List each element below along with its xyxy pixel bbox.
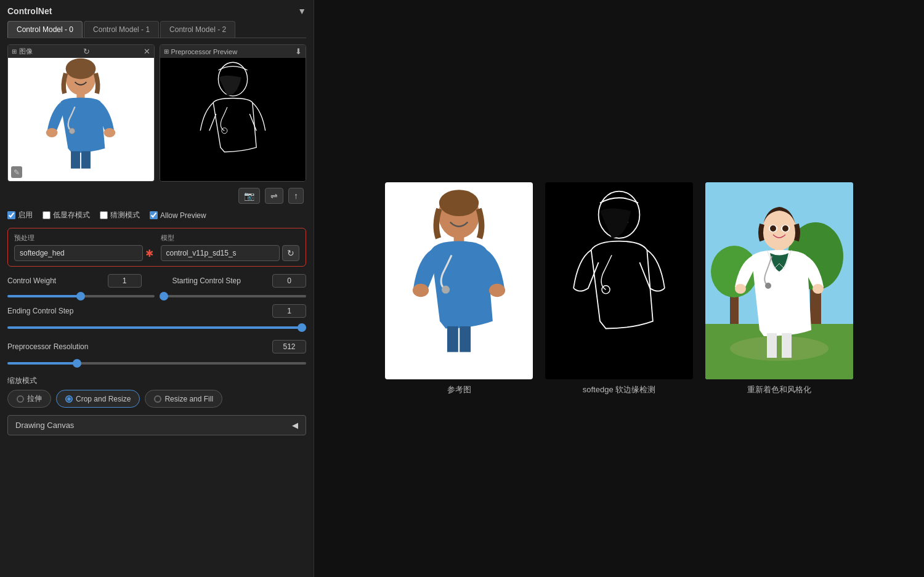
guess-mode-checkbox-item[interactable]: 猜测模式 bbox=[100, 210, 140, 220]
scale-resize-fill-btn[interactable]: Resize and Fill bbox=[145, 390, 222, 408]
enable-checkbox-item[interactable]: 启用 bbox=[7, 210, 33, 220]
svg-point-4 bbox=[104, 128, 116, 137]
tab-control-model-0[interactable]: Control Model - 0 bbox=[7, 21, 83, 38]
svg-point-31 bbox=[770, 225, 776, 232]
scale-stretch-btn[interactable]: 拉伸 bbox=[7, 390, 51, 408]
control-weight-slider[interactable] bbox=[7, 295, 155, 297]
scale-resize-fill-radio bbox=[154, 395, 161, 403]
control-weight-label: Control Weight bbox=[7, 276, 108, 285]
preprocessor-preview-content bbox=[160, 58, 306, 181]
tab-control-model-2[interactable]: Control Model - 2 bbox=[160, 21, 235, 38]
scale-mode-buttons: 拉伸 Crop and Resize Resize and Fill bbox=[7, 390, 306, 408]
svg-rect-18 bbox=[460, 326, 471, 352]
low-vram-checkbox[interactable] bbox=[43, 211, 51, 219]
star-button[interactable]: ✱ bbox=[145, 248, 153, 259]
starting-step-label: Starting Control Step bbox=[172, 276, 273, 285]
drawing-canvas-section[interactable]: Drawing Canvas ◀ bbox=[7, 415, 306, 435]
weight-starting-block: Control Weight Starting Control Step bbox=[7, 274, 306, 299]
model-select-row: control_v11p_sd15_s control_v11p_sd15_ca… bbox=[161, 245, 300, 261]
refresh-input-icon[interactable]: ↻ bbox=[83, 47, 90, 56]
scale-stretch-label: 拉伸 bbox=[27, 393, 42, 404]
svg-point-35 bbox=[735, 284, 746, 294]
svg-point-1 bbox=[66, 59, 96, 79]
edge-detection-svg bbox=[187, 58, 279, 181]
nurse-illustration-svg bbox=[34, 58, 127, 181]
ending-step-label: Ending Control Step bbox=[7, 307, 87, 315]
ending-step-value[interactable] bbox=[272, 304, 306, 318]
svg-rect-6 bbox=[71, 151, 80, 169]
close-input-icon[interactable]: ✕ bbox=[144, 47, 150, 56]
scale-stretch-radio bbox=[17, 395, 24, 403]
scale-mode-section: 缩放模式 拉伸 Crop and Resize Resize and Fill bbox=[7, 376, 306, 408]
guess-mode-label: 猜测模式 bbox=[110, 210, 140, 220]
dual-sliders-row bbox=[7, 290, 306, 299]
allow-preview-label: Allow Preview bbox=[160, 211, 206, 220]
preprocessor-preview-box: ⊞ Preprocessor Preview ⬇ bbox=[160, 44, 307, 182]
svg-point-37 bbox=[765, 283, 771, 289]
tab-control-model-1[interactable]: Control Model - 1 bbox=[84, 21, 159, 38]
output-reference-caption: 参考图 bbox=[447, 384, 471, 395]
output-reference-bg bbox=[385, 182, 533, 379]
svg-point-9 bbox=[222, 128, 227, 134]
starting-step-slider[interactable] bbox=[160, 295, 307, 297]
preprocessor-dropdown[interactable]: softedge_hed canny depth openpose none bbox=[14, 245, 143, 261]
action-buttons-row: 📷 ⇌ ↑ bbox=[7, 188, 306, 204]
low-vram-label: 低显存模式 bbox=[53, 210, 90, 220]
drawing-canvas-icon: ◀ bbox=[292, 421, 298, 430]
images-row: ⊞ 图像 ↻ ✕ bbox=[7, 44, 306, 182]
svg-rect-39 bbox=[782, 333, 792, 358]
preprocessor-preview-label: Preprocessor Preview bbox=[171, 48, 238, 55]
ending-step-section: Ending Control Step bbox=[7, 304, 306, 334]
right-panel: 参考图 bbox=[314, 0, 924, 577]
scale-crop-resize-btn[interactable]: Crop and Resize bbox=[56, 390, 140, 408]
svg-point-36 bbox=[813, 284, 824, 294]
output-col-reference: 参考图 bbox=[385, 182, 533, 395]
svg-rect-17 bbox=[447, 326, 458, 352]
starting-step-value[interactable] bbox=[272, 274, 306, 288]
preprocessor-select-row: softedge_hed canny depth openpose none ✱ bbox=[14, 245, 153, 261]
drawing-canvas-label: Drawing Canvas bbox=[15, 421, 74, 430]
allow-preview-checkbox[interactable] bbox=[150, 211, 158, 219]
guess-mode-checkbox[interactable] bbox=[100, 211, 108, 219]
input-image-label: 图像 bbox=[19, 47, 33, 56]
starting-step-slider-container bbox=[160, 290, 307, 299]
svg-rect-7 bbox=[81, 151, 91, 169]
preprocessor-section-label: 预处理 bbox=[14, 233, 153, 243]
preprocessor-model-section: 预处理 softedge_hed canny depth openpose no… bbox=[7, 228, 306, 267]
preproc-model-row: 预处理 softedge_hed canny depth openpose no… bbox=[14, 233, 299, 261]
model-dropdown[interactable]: control_v11p_sd15_s control_v11p_sd15_ca… bbox=[161, 245, 280, 261]
upload-action-btn[interactable]: ↑ bbox=[288, 188, 304, 204]
panel-toggle-icon[interactable]: ▼ bbox=[298, 6, 306, 16]
svg-point-16 bbox=[442, 285, 450, 293]
control-weight-value[interactable] bbox=[108, 274, 142, 288]
preprocessor-col: 预处理 softedge_hed canny depth openpose no… bbox=[14, 233, 153, 261]
svg-point-15 bbox=[489, 283, 505, 296]
preprocessor-resolution-label: Preprocessor Resolution bbox=[7, 342, 88, 351]
camera-action-btn[interactable]: 📷 bbox=[238, 188, 260, 204]
panel-title: ControlNet bbox=[7, 6, 52, 16]
output-anime-img bbox=[705, 182, 853, 379]
preprocessor-preview-header: ⊞ Preprocessor Preview ⬇ bbox=[160, 45, 306, 58]
ending-step-slider[interactable] bbox=[7, 326, 306, 329]
output-col-edge: softedge 软边缘检测 bbox=[545, 182, 693, 395]
allow-preview-checkbox-item[interactable]: Allow Preview bbox=[150, 211, 206, 220]
enable-checkbox[interactable] bbox=[7, 211, 15, 219]
preprocessor-resolution-row: Preprocessor Resolution bbox=[7, 340, 306, 353]
swap-action-btn[interactable]: ⇌ bbox=[265, 188, 283, 204]
preprocessor-resolution-value[interactable] bbox=[272, 340, 306, 353]
output-edge-bg bbox=[545, 182, 693, 379]
svg-point-14 bbox=[413, 283, 429, 296]
edit-image-icon[interactable]: ✎ bbox=[11, 166, 22, 178]
preprocessor-resolution-slider[interactable] bbox=[7, 362, 306, 365]
model-refresh-btn[interactable]: ↻ bbox=[282, 245, 299, 261]
tabs-container: Control Model - 0 Control Model - 1 Cont… bbox=[7, 21, 306, 38]
low-vram-checkbox-item[interactable]: 低显存模式 bbox=[43, 210, 90, 220]
input-image-content: ✎ bbox=[8, 58, 154, 181]
output-images-container: 参考图 bbox=[385, 182, 853, 395]
download-preview-icon[interactable]: ⬇ bbox=[295, 47, 302, 56]
output-anime-caption: 重新着色和风格化 bbox=[747, 384, 811, 395]
scale-resize-fill-label: Resize and Fill bbox=[164, 395, 213, 403]
left-panel: ControlNet ▼ Control Model - 0 Control M… bbox=[0, 0, 314, 577]
output-edge-svg bbox=[557, 185, 681, 376]
svg-point-12 bbox=[439, 190, 479, 216]
